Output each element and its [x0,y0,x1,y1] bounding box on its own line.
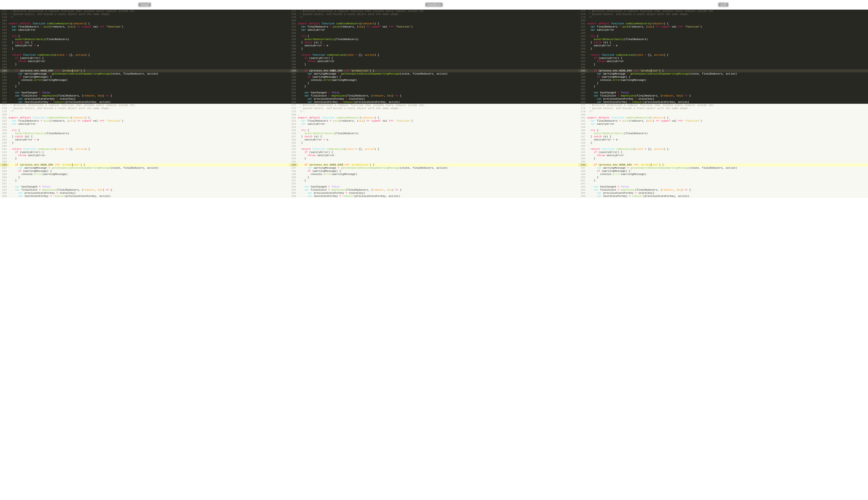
code-line[interactable]: 206······var·nextStateForKey·=·reducer(p… [0,195,289,198]
code-content[interactable]: } [9,63,289,66]
code-content[interactable]: ······}¬ [9,176,289,179]
code-content[interactable]: ····assertReducerSanity(finalReducers)¬ [298,132,579,135]
editor-pane-4[interactable]: 177 * @returns {Function} A reducer func… [289,104,579,198]
code-content[interactable]: throw sanityError [9,60,289,63]
code-line[interactable]: 182 var finalReducers = pick(reducers, (… [289,25,579,29]
code-line[interactable]: 192 if (sanityError) { [289,57,579,60]
code-line[interactable]: 190 [289,50,579,54]
code-content[interactable]: ··return·function·combination(state·=·{}… [587,148,868,151]
code-line[interactable]: 177 * @returns {Function} A reducer func… [0,104,289,107]
code-content[interactable]: ····assertReducerSanity(finalReducers)¬ [587,132,868,135]
editor-pane-0[interactable]: 177 * @returns {Function} A reducer func… [0,10,289,104]
code-content[interactable]: var previousStateForKey = state[key] [298,98,579,101]
code-line[interactable]: 200 } [579,82,868,85]
code-line[interactable]: 193 throw sanityError [289,60,579,63]
code-content[interactable]: ····sanityError·=·e¬ [9,138,289,141]
code-line[interactable]: 194····}¬ [289,157,579,160]
code-line[interactable]: 187 } catch (e) { [579,41,868,44]
code-line[interactable]: 180¬ [0,113,289,116]
code-content[interactable] [298,50,579,54]
code-content[interactable]: ······var·nextStateForKey·=·reducer(prev… [9,195,289,198]
code-line[interactable]: 194 } [579,63,868,66]
code-line[interactable]: 194····}¬ [0,157,289,160]
code-content[interactable]: sanityError = e [9,44,289,47]
code-line[interactable]: 203····var·hasChanged·=·false¬ [0,185,289,189]
code-content[interactable]: ······}¬ [298,176,579,179]
code-content[interactable]: export·default·function·combineReducers(… [9,116,289,120]
code-line[interactable]: 205······var previousStateForKey = state… [289,192,579,195]
code-content[interactable]: var sanityError [587,29,868,32]
code-content[interactable]: ··}¬ [9,141,289,145]
code-content[interactable]: if (sanityError) { [298,57,579,60]
code-line[interactable]: 190¬ [579,145,868,148]
code-content[interactable]: ¬ [587,126,868,129]
code-content[interactable]: var sanityError [9,29,289,32]
code-line[interactable]: 200······}¬ [0,176,289,179]
code-line[interactable]: 179 */ [0,16,289,19]
code-line[interactable]: 195 [579,66,868,69]
code-line[interactable]: 197······var·warningMessage·=·getUnexpec… [0,167,289,170]
code-line[interactable]: 201 } [0,85,289,88]
code-content[interactable]: * passed object, and builds a state obje… [587,107,868,110]
code-content[interactable]: ····if (sanityError) {¬ [298,151,579,154]
code-content[interactable]: ····var finalState = mapValues(finalRedu… [298,189,579,192]
code-content[interactable]: } [587,82,868,85]
code-line[interactable]: 191 return function combination(state = … [289,54,579,57]
code-content[interactable]: } [298,85,579,88]
code-line[interactable]: 184¬ [289,126,579,129]
code-line[interactable]: 205 var previousStateForKey = state[key] [0,98,289,101]
code-content[interactable]: ··var·sanityError¬ [587,123,868,126]
code-line[interactable]: 202¬ [289,182,579,185]
code-line[interactable]: 197······var warningMessage = getUnexpec… [289,167,579,170]
code-line[interactable]: 198 if (warningMessage) { [0,76,289,79]
code-line[interactable]: 195¬ [0,160,289,163]
code-content[interactable]: export default function combineReducers(… [9,22,289,25]
code-content[interactable]: } [587,63,868,66]
code-line[interactable]: 178 * passed object, and builds a state … [579,13,868,16]
code-content[interactable]: * passed object, and builds a state obje… [298,107,579,110]
code-line[interactable]: 196····if·(process.env.NODE_ENV·!==·'pro… [0,163,289,167]
code-line[interactable]: 204 var finalState = mapValues(finalRedu… [289,94,579,98]
code-line[interactable]: 195¬ [579,160,868,163]
code-content[interactable]: sanityError = e [587,44,868,47]
code-line[interactable]: 197 var warningMessage = getUnexpectedSt… [0,72,289,76]
code-line[interactable]: 205······var·previousStateForKey·=·state… [579,192,868,195]
code-line[interactable]: 177 * @returns {Function} A reducer func… [289,104,579,107]
code-content[interactable] [298,88,579,91]
code-line[interactable]: 202¬ [579,182,868,185]
code-line[interactable]: 182··var finalReducers = pick(reducers, … [289,120,579,123]
code-line[interactable]: 182 var finalReducers = pick(reducers, (… [579,25,868,29]
code-content[interactable]: ······throw·sanityError¬ [587,154,868,157]
code-line[interactable]: 202 [289,88,579,91]
code-content[interactable]: ··return function combination(state = {}… [298,148,579,151]
code-line[interactable]: 185 try { [579,35,868,38]
code-line[interactable]: 202 [0,88,289,91]
code-line[interactable]: 181export default function combineReduce… [579,22,868,25]
code-content[interactable]: ······var·previousStateForKey·=·state[ke… [587,192,868,195]
code-content[interactable]: var finalReducers = pick(reducers, (val)… [587,25,868,29]
code-line[interactable]: 186····assertReducerSanity(finalReducers… [579,132,868,135]
editor-pane-1[interactable]: 177 * @returns {Function} A reducer func… [289,10,579,104]
code-content[interactable]: ¬ [587,160,868,163]
code-content[interactable]: } [9,47,289,50]
code-line[interactable]: 202 [579,88,868,91]
code-line[interactable]: 193······throw sanityError¬ [289,154,579,157]
code-line[interactable]: 200 } [0,82,289,85]
code-line[interactable]: 196····if·(process.env.NODE_ENV·!==·'pro… [579,163,868,167]
code-content[interactable]: console.error(warningMessage) [9,79,289,82]
code-content[interactable]: return function combination(state = {}, … [587,54,868,57]
code-content[interactable]: ··var finalReducers = pick(reducers, (va… [298,120,579,123]
code-line[interactable]: 203 var hasChanged = false [289,91,579,94]
code-content[interactable]: */ [9,16,289,19]
code-content[interactable]: ··return·function·combination(state·=·{}… [9,148,289,151]
code-line[interactable]: 184 [289,32,579,35]
code-content[interactable]: assertReducerSanity(finalReducers) [298,38,579,41]
code-content[interactable]: ····var·hasChanged·=·false¬ [587,185,868,189]
code-content[interactable]: ··}¬ [587,141,868,145]
code-line[interactable]: 178 * passed object, and builds a state … [0,107,289,110]
code-line[interactable]: 178 * passed object, and builds a state … [289,13,579,16]
code-line[interactable]: 179 */¬ [579,110,868,113]
code-content[interactable]: ··} catch (e) {¬ [298,135,579,138]
code-content[interactable]: throw sanityError [298,60,579,63]
code-line[interactable]: 198······if·(warningMessage) {¬ [579,170,868,173]
